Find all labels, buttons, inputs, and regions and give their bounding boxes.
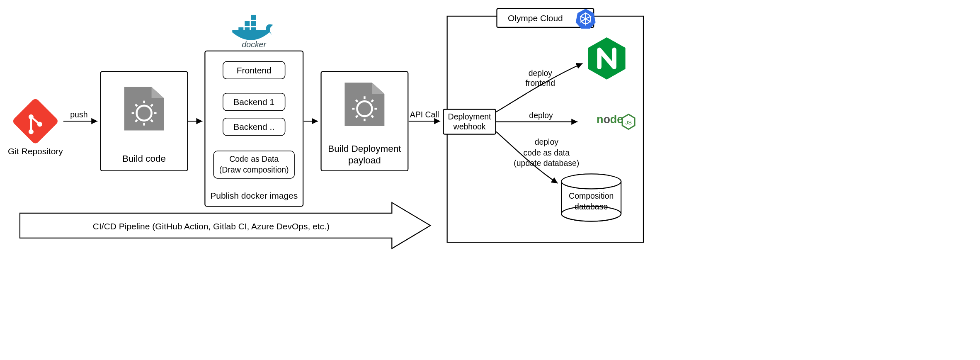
cloud-title: Olympe Cloud (508, 13, 563, 23)
nginx-icon (588, 37, 626, 80)
docker-panel: docker Frontend Backend 1 Backend .. Cod… (205, 15, 303, 206)
api-call-label: API Call (410, 110, 439, 119)
svg-line-14 (136, 120, 137, 122)
db-l1: Composition (569, 191, 614, 200)
payload-file-icon (344, 83, 384, 126)
docker-icon (232, 15, 273, 40)
svg-line-35 (356, 116, 357, 117)
svg-rect-20 (251, 21, 256, 26)
webhook-l1: Deployment (448, 112, 491, 121)
svg-rect-21 (251, 15, 256, 20)
diagram-root: Git Repository push Build code docker Fr… (0, 0, 980, 360)
docker-item-cad-l1: Code as Data (229, 154, 279, 163)
svg-line-36 (371, 116, 373, 117)
deploy-label: deploy (529, 111, 553, 120)
build-deployment-box: Build Deployment payload (321, 71, 408, 171)
build-deploy-l2: payload (348, 155, 381, 165)
git-icon (12, 97, 59, 145)
config-file-icon (124, 87, 164, 131)
svg-line-12 (136, 105, 137, 106)
push-label: push (70, 110, 87, 119)
svg-rect-19 (245, 21, 250, 26)
git-repo-label: Git Repository (8, 146, 63, 156)
cloud-box: Olympe Cloud Deployment webhook node JS … (444, 9, 643, 242)
svg-text:JS: JS (625, 119, 632, 126)
svg-line-13 (151, 105, 153, 106)
deploy-db-l3: (update database) (514, 158, 579, 168)
docker-item-cad-l2: (Draw composition) (219, 165, 289, 174)
build-code-label: Build code (122, 153, 166, 164)
webhook-l2: webhook (453, 122, 486, 131)
svg-text:node: node (597, 113, 623, 126)
build-deploy-l1: Build Deployment (328, 144, 401, 154)
docker-item-backend1: Backend 1 (233, 97, 274, 107)
deploy-fe-l2: frontend (526, 78, 555, 88)
svg-line-33 (356, 100, 357, 102)
docker-item-backend2: Backend .. (233, 122, 274, 131)
db-l2: database (575, 202, 608, 211)
database-icon: Composition database (561, 174, 621, 221)
pipeline-arrow: CI/CD Pipeline (GitHub Action, Gitlab CI… (20, 202, 430, 248)
docker-label: docker (242, 40, 267, 49)
docker-item-frontend: Frontend (237, 66, 272, 75)
docker-panel-title: Publish docker images (210, 191, 298, 200)
deploy-db-l1: deploy (535, 137, 559, 146)
deploy-fe-l1: deploy (529, 68, 553, 78)
pipeline-label: CI/CD Pipeline (GitHub Action, Gitlab CI… (93, 221, 330, 231)
svg-line-34 (371, 100, 373, 102)
build-code-box: Build code (101, 71, 188, 171)
nodejs-icon: node JS (597, 113, 635, 129)
svg-line-15 (151, 120, 153, 122)
deploy-db-l2: code as data (524, 148, 570, 157)
